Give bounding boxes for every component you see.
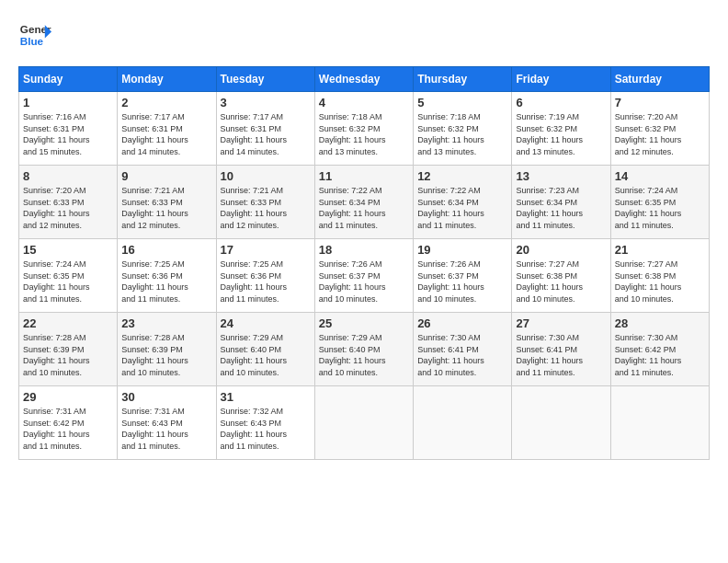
day-info: Sunrise: 7:20 AM Sunset: 6:33 PM Dayligh… [23, 185, 113, 231]
day-info: Sunrise: 7:30 AM Sunset: 6:41 PM Dayligh… [417, 332, 507, 378]
calendar-day-cell: 8Sunrise: 7:20 AM Sunset: 6:33 PM Daylig… [19, 166, 118, 239]
day-of-week-header: Monday [118, 67, 216, 92]
day-info: Sunrise: 7:30 AM Sunset: 6:42 PM Dayligh… [615, 332, 705, 378]
day-info: Sunrise: 7:21 AM Sunset: 6:33 PM Dayligh… [221, 185, 311, 231]
day-info: Sunrise: 7:20 AM Sunset: 6:32 PM Dayligh… [615, 111, 705, 157]
calendar-day-cell: 17Sunrise: 7:25 AM Sunset: 6:36 PM Dayli… [216, 239, 314, 313]
day-info: Sunrise: 7:22 AM Sunset: 6:34 PM Dayligh… [417, 185, 507, 231]
day-number: 28 [615, 316, 705, 330]
day-number: 27 [516, 316, 606, 330]
day-info: Sunrise: 7:28 AM Sunset: 6:39 PM Dayligh… [23, 332, 113, 378]
calendar-day-cell: 31Sunrise: 7:32 AM Sunset: 6:43 PM Dayli… [216, 386, 314, 460]
day-info: Sunrise: 7:32 AM Sunset: 6:43 PM Dayligh… [221, 406, 311, 452]
day-number: 31 [221, 390, 311, 404]
calendar-day-cell: 11Sunrise: 7:22 AM Sunset: 6:34 PM Dayli… [314, 166, 413, 239]
day-number: 22 [23, 316, 113, 330]
calendar-day-cell: 23Sunrise: 7:28 AM Sunset: 6:39 PM Dayli… [118, 313, 216, 386]
calendar-day-cell: 24Sunrise: 7:29 AM Sunset: 6:40 PM Dayli… [216, 313, 314, 386]
day-info: Sunrise: 7:16 AM Sunset: 6:31 PM Dayligh… [23, 111, 113, 157]
calendar-day-cell: 12Sunrise: 7:22 AM Sunset: 6:34 PM Dayli… [414, 166, 512, 239]
calendar-day-cell: 2Sunrise: 7:17 AM Sunset: 6:31 PM Daylig… [118, 92, 216, 166]
day-info: Sunrise: 7:26 AM Sunset: 6:37 PM Dayligh… [417, 259, 507, 304]
day-number: 20 [516, 243, 606, 257]
day-info: Sunrise: 7:31 AM Sunset: 6:43 PM Dayligh… [121, 406, 211, 452]
day-number: 4 [319, 96, 409, 109]
day-number: 10 [221, 169, 311, 183]
calendar-day-cell: 4Sunrise: 7:18 AM Sunset: 6:32 PM Daylig… [314, 92, 413, 166]
calendar-day-cell: 10Sunrise: 7:21 AM Sunset: 6:33 PM Dayli… [216, 166, 314, 239]
day-info: Sunrise: 7:27 AM Sunset: 6:38 PM Dayligh… [516, 259, 606, 304]
day-info: Sunrise: 7:30 AM Sunset: 6:41 PM Dayligh… [516, 332, 606, 378]
day-of-week-header: Saturday [610, 67, 709, 92]
day-info: Sunrise: 7:25 AM Sunset: 6:36 PM Dayligh… [221, 259, 311, 304]
day-number: 11 [319, 169, 409, 183]
svg-text:Blue: Blue [20, 35, 44, 47]
day-number: 19 [417, 243, 507, 257]
calendar-day-cell: 13Sunrise: 7:23 AM Sunset: 6:34 PM Dayli… [512, 166, 610, 239]
calendar-day-cell: 25Sunrise: 7:29 AM Sunset: 6:40 PM Dayli… [314, 313, 413, 386]
calendar-day-cell: 26Sunrise: 7:30 AM Sunset: 6:41 PM Dayli… [414, 313, 512, 386]
day-info: Sunrise: 7:18 AM Sunset: 6:32 PM Dayligh… [319, 111, 409, 157]
day-info: Sunrise: 7:28 AM Sunset: 6:39 PM Dayligh… [121, 332, 211, 378]
calendar-day-cell: 27Sunrise: 7:30 AM Sunset: 6:41 PM Dayli… [512, 313, 610, 386]
day-of-week-header: Wednesday [314, 67, 413, 92]
day-info: Sunrise: 7:17 AM Sunset: 6:31 PM Dayligh… [221, 111, 311, 157]
day-info: Sunrise: 7:31 AM Sunset: 6:42 PM Dayligh… [23, 406, 113, 452]
day-info: Sunrise: 7:19 AM Sunset: 6:32 PM Dayligh… [516, 111, 606, 157]
calendar-week-row: 8Sunrise: 7:20 AM Sunset: 6:33 PM Daylig… [19, 166, 710, 239]
day-info: Sunrise: 7:18 AM Sunset: 6:32 PM Dayligh… [417, 111, 507, 157]
calendar-day-cell: 20Sunrise: 7:27 AM Sunset: 6:38 PM Dayli… [512, 239, 610, 313]
logo: General Blue [18, 18, 51, 52]
day-info: Sunrise: 7:29 AM Sunset: 6:40 PM Dayligh… [319, 332, 409, 378]
day-number: 9 [121, 169, 211, 183]
calendar-table: SundayMondayTuesdayWednesdayThursdayFrid… [18, 66, 710, 460]
calendar-day-cell: 7Sunrise: 7:20 AM Sunset: 6:32 PM Daylig… [610, 92, 709, 166]
day-info: Sunrise: 7:17 AM Sunset: 6:31 PM Dayligh… [121, 111, 211, 157]
calendar-day-cell: 6Sunrise: 7:19 AM Sunset: 6:32 PM Daylig… [512, 92, 610, 166]
calendar-day-cell: 21Sunrise: 7:27 AM Sunset: 6:38 PM Dayli… [610, 239, 709, 313]
day-of-week-header: Sunday [19, 67, 118, 92]
calendar-day-cell: 15Sunrise: 7:24 AM Sunset: 6:35 PM Dayli… [19, 239, 118, 313]
day-of-week-header: Thursday [414, 67, 512, 92]
day-number: 3 [221, 96, 311, 109]
calendar-day-cell: 22Sunrise: 7:28 AM Sunset: 6:39 PM Dayli… [19, 313, 118, 386]
day-of-week-header: Tuesday [216, 67, 314, 92]
day-number: 24 [221, 316, 311, 330]
calendar-day-cell: 19Sunrise: 7:26 AM Sunset: 6:37 PM Dayli… [414, 239, 512, 313]
calendar-day-cell [512, 386, 610, 460]
day-number: 30 [121, 390, 211, 404]
day-number: 16 [121, 243, 211, 257]
calendar-week-row: 29Sunrise: 7:31 AM Sunset: 6:42 PM Dayli… [19, 386, 710, 460]
day-number: 21 [615, 243, 705, 257]
calendar-day-cell: 16Sunrise: 7:25 AM Sunset: 6:36 PM Dayli… [118, 239, 216, 313]
day-of-week-header: Friday [512, 67, 610, 92]
day-number: 15 [23, 243, 113, 257]
day-info: Sunrise: 7:24 AM Sunset: 6:35 PM Dayligh… [615, 185, 705, 231]
calendar-day-cell: 3Sunrise: 7:17 AM Sunset: 6:31 PM Daylig… [216, 92, 314, 166]
calendar-day-cell: 9Sunrise: 7:21 AM Sunset: 6:33 PM Daylig… [118, 166, 216, 239]
day-number: 6 [516, 96, 606, 109]
calendar-day-cell: 1Sunrise: 7:16 AM Sunset: 6:31 PM Daylig… [19, 92, 118, 166]
day-number: 14 [615, 169, 705, 183]
day-number: 7 [615, 96, 705, 109]
calendar-day-cell: 14Sunrise: 7:24 AM Sunset: 6:35 PM Dayli… [610, 166, 709, 239]
logo-icon: General Blue [18, 18, 51, 52]
day-info: Sunrise: 7:24 AM Sunset: 6:35 PM Dayligh… [23, 259, 113, 304]
day-number: 1 [23, 96, 113, 109]
day-number: 2 [121, 96, 211, 109]
calendar-day-cell: 29Sunrise: 7:31 AM Sunset: 6:42 PM Dayli… [19, 386, 118, 460]
calendar-day-cell [414, 386, 512, 460]
day-info: Sunrise: 7:23 AM Sunset: 6:34 PM Dayligh… [516, 185, 606, 231]
day-number: 26 [417, 316, 507, 330]
day-number: 13 [516, 169, 606, 183]
day-number: 5 [417, 96, 507, 109]
day-number: 12 [417, 169, 507, 183]
day-info: Sunrise: 7:25 AM Sunset: 6:36 PM Dayligh… [121, 259, 211, 304]
day-number: 18 [319, 243, 409, 257]
calendar-week-row: 22Sunrise: 7:28 AM Sunset: 6:39 PM Dayli… [19, 313, 710, 386]
calendar-day-cell: 18Sunrise: 7:26 AM Sunset: 6:37 PM Dayli… [314, 239, 413, 313]
calendar-day-cell: 28Sunrise: 7:30 AM Sunset: 6:42 PM Dayli… [610, 313, 709, 386]
calendar-header-row: SundayMondayTuesdayWednesdayThursdayFrid… [19, 67, 710, 92]
calendar-day-cell: 30Sunrise: 7:31 AM Sunset: 6:43 PM Dayli… [118, 386, 216, 460]
page-header: General Blue [18, 18, 710, 52]
